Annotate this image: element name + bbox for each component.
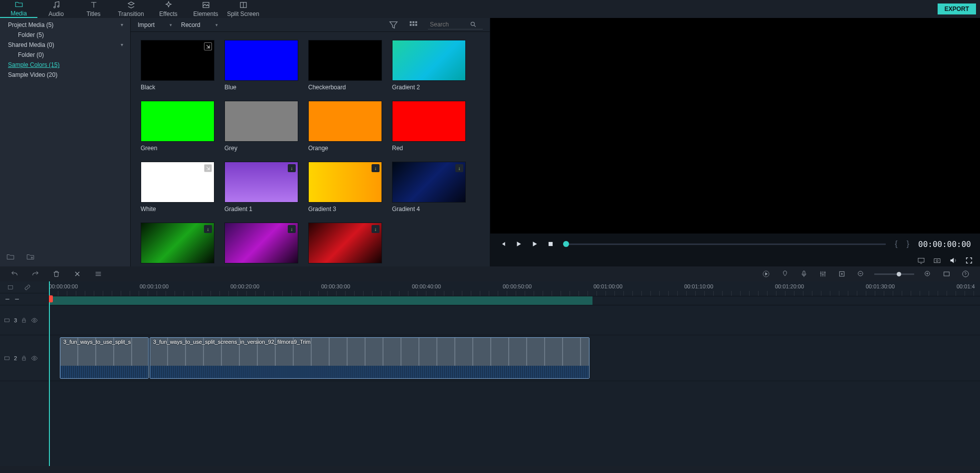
render-preview-button[interactable] [761,268,772,279]
chevron-down-icon[interactable]: ▾ [121,42,123,47]
playhead-line[interactable] [49,281,50,466]
track-2-header[interactable]: 2 [0,335,48,381]
work-area-bar[interactable] [49,296,980,305]
filter-button[interactable] [388,19,399,30]
tab-elements[interactable]: Elements [187,0,224,18]
track-manage-button[interactable] [5,282,16,293]
swatch-gradient-6[interactable]: ↓Gradient 6 [224,223,298,266]
swatch-gradient-2[interactable]: Gradient 2 [392,40,466,91]
swatch-gradient-1[interactable]: ↓Gradient 1 [224,162,298,213]
fullscreen-button[interactable] [965,256,973,264]
new-folder-button[interactable] [5,251,16,262]
playhead-marker[interactable] [49,295,53,302]
tab-audio[interactable]: Audio [37,0,75,18]
preview-viewport[interactable] [490,18,980,234]
zoom-out-button[interactable] [855,268,866,279]
add-badge-icon[interactable]: ⇲ [204,42,212,50]
snapshot-button[interactable] [933,256,941,264]
help-button[interactable] [960,268,971,279]
track-3-header[interactable]: 3 [0,305,48,335]
scrubber-playhead[interactable] [563,241,569,247]
download-icon[interactable]: ↓ [372,164,380,172]
voiceover-button[interactable] [798,268,809,279]
chevron-down-icon[interactable]: ▾ [121,22,123,27]
download-icon[interactable]: ↓ [372,225,380,233]
tree-project-media[interactable]: Project Media (5)▾ [0,20,130,30]
mark-in-button[interactable]: { [895,239,897,248]
video-track-2[interactable]: 3_fun_ways_to_use_split_s3_fun_ways_to_u… [49,335,980,381]
tab-splitscreen[interactable]: Split Screen [224,0,262,18]
tab-media[interactable]: Media [0,0,37,18]
prev-frame-button[interactable] [499,240,506,247]
search-input-wrap[interactable] [428,20,483,29]
audio-mixer-button[interactable] [817,268,828,279]
tree-sample-colors[interactable]: Sample Colors (15) [0,60,130,70]
download-icon[interactable]: ↓ [288,164,296,172]
zoom-in-button[interactable] [922,268,933,279]
tree-shared-folder[interactable]: Folder (0) [0,50,130,60]
delete-button[interactable] [51,268,62,279]
swatch-gradient-4[interactable]: ↓Gradient 4 [392,162,466,213]
svg-point-10 [471,22,474,25]
snapshot-monitor-button[interactable] [917,256,925,264]
minus-icon[interactable]: − [5,295,9,304]
svg-rect-23 [5,319,9,322]
swatch-green[interactable]: Green [141,101,214,152]
export-button[interactable]: EXPORT [938,3,976,14]
timeline-clip[interactable]: 3_fun_ways_to_use_split_s [60,337,149,379]
ruler-label: 00:00:50:00 [503,283,532,289]
view-grid-button[interactable] [408,19,419,30]
tab-titles[interactable]: Titles [75,0,112,18]
zoom-slider[interactable] [874,273,914,275]
swatch-gradient-7[interactable]: ↓Gradient 7 [308,223,382,266]
ruler-label: 00:00:40:00 [412,283,441,289]
swatch-white[interactable]: ⇲White [141,162,214,213]
eye-icon[interactable] [31,355,38,362]
zoom-fit-button[interactable] [941,268,952,279]
swatch-gradient-5[interactable]: ↓Gradient 5 [141,223,214,266]
volume-button[interactable] [949,256,957,264]
svg-rect-4 [410,21,412,23]
undo-button[interactable] [9,268,20,279]
swatch-blue[interactable]: Blue [224,40,298,91]
swatch-black[interactable]: ⇲Black [141,40,214,91]
tree-sample-video[interactable]: Sample Video (20) [0,70,130,80]
redo-button[interactable] [30,268,41,279]
tab-transition[interactable]: Transition [112,0,150,18]
lock-icon[interactable] [21,355,27,361]
swatch-checkerboard[interactable]: Checkerboard [308,40,382,91]
zoom-slider-knob[interactable] [897,272,901,276]
video-track-3[interactable] [49,305,980,335]
eye-icon[interactable] [31,317,38,324]
add-badge-icon[interactable]: ⇲ [204,164,212,172]
import-dropdown[interactable]: Import▾ [138,21,172,28]
download-icon[interactable]: ↓ [288,225,296,233]
mark-out-button[interactable]: } [907,239,909,248]
tree-shared-media[interactable]: Shared Media (0)▾ [0,40,130,50]
lock-icon[interactable] [21,317,27,323]
crop-button[interactable] [836,268,847,279]
swatch-gradient-3[interactable]: ↓Gradient 3 [308,162,382,213]
adjust-button[interactable] [93,268,104,279]
record-dropdown[interactable]: Record▾ [181,21,218,28]
download-icon[interactable]: ↓ [455,164,463,172]
tree-project-folder[interactable]: Folder (5) [0,30,130,40]
tab-effects[interactable]: Effects [150,0,187,18]
stop-button[interactable] [547,240,554,247]
new-folder-plus-button[interactable] [25,251,36,262]
play-button[interactable] [515,240,522,247]
next-frame-button[interactable] [531,240,538,247]
timeline-ruler[interactable]: 00:00:00:0000:00:10:0000:00:20:0000:00:3… [49,281,980,296]
swatch-red[interactable]: Red [392,101,466,152]
preview-scrubber[interactable] [563,243,886,245]
marker-button[interactable] [780,268,790,279]
timeline-clip[interactable]: 3_fun_ways_to_use_split_screens_in_versi… [150,337,589,379]
search-input[interactable] [430,21,470,28]
download-icon[interactable]: ↓ [204,225,212,233]
swatch-grey[interactable]: Grey [224,101,298,152]
link-button[interactable] [22,282,33,293]
swatch-orange[interactable]: Orange [308,101,382,152]
minus-icon[interactable]: − [14,295,19,304]
svg-rect-27 [22,358,25,360]
split-button[interactable] [72,268,83,279]
